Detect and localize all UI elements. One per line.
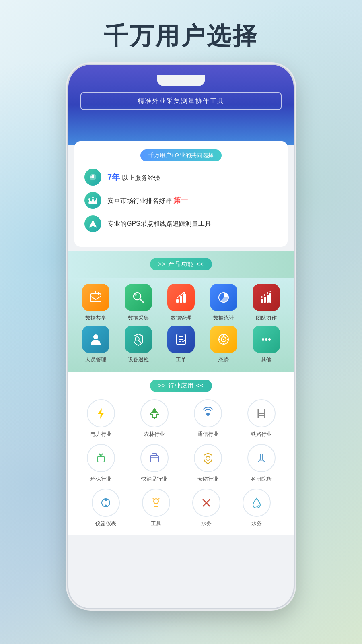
industry-telecom[interactable]: 通信行业 [187,399,229,438]
data-stats-label: 数据统计 [213,314,234,322]
rank-highlight: 第一 [173,196,188,204]
phone-top: · 精准外业采集测量协作工具 · [68,65,294,145]
instruments-circle [92,489,120,517]
industry-tools[interactable]: 水务 [181,489,231,527]
svg-rect-17 [261,299,263,303]
team-work-svg [259,291,273,304]
industry-grid-row3: 仪器仪表 工具 [76,489,286,527]
device-inspect-icon [125,326,152,353]
data-collect-svg [132,291,145,304]
data-manage-icon [167,284,195,311]
situation-icon [210,326,237,353]
situation-svg [217,332,230,346]
industry-research[interactable]: 科研院所 [240,444,282,483]
water-label: 水务 [251,520,262,527]
svg-point-3 [92,197,94,198]
agriculture-icon [148,407,161,420]
rank-icon [88,196,98,205]
svg-point-40 [265,338,267,341]
svg-rect-14 [180,296,182,303]
data-manage-label: 数据管理 [171,314,191,322]
function-data-stats[interactable]: 数据统计 [207,284,241,322]
device-inspect-label: 设备巡检 [128,356,149,363]
svg-point-58 [206,456,210,460]
feature-icon-years [84,169,101,186]
function-device-inspect[interactable]: 设备巡检 [121,326,156,363]
energy-label: 工具 [151,520,161,527]
industry-security[interactable]: 安防行业 [187,444,229,483]
work-order-svg [174,332,188,346]
people-mgmt-svg [89,332,103,346]
svg-rect-6 [90,294,101,302]
function-team-work[interactable]: 团队协作 [249,284,284,322]
data-collect-icon [125,284,152,311]
research-circle [247,444,276,472]
industry-environment[interactable]: 环保行业 [80,444,122,483]
industry-energy[interactable]: 工具 [131,489,181,527]
data-stats-icon [210,284,237,311]
phone-notch [157,75,205,86]
years-highlight: 7年 [107,173,120,182]
svg-point-25 [93,334,98,339]
function-data-share[interactable]: 数据共享 [79,284,113,322]
industry-fmcg[interactable]: 快消品行业 [133,444,175,483]
function-other[interactable]: 其他 [249,326,284,363]
function-work-order[interactable]: 工单 [164,326,198,363]
years-suffix: 以上服务经验 [122,174,160,181]
instruments-label: 仪器仪表 [95,520,116,527]
function-people-mgmt[interactable]: 人员管理 [79,326,113,363]
function-situation[interactable]: 态势 [207,326,241,363]
research-icon [255,452,268,464]
fmcg-icon [148,452,161,464]
svg-point-39 [262,338,264,341]
functions-grid-row1: 数据共享 数据采集 [76,278,286,322]
feature-gps: 专业的GPS采点和线路追踪测量工具 [84,215,278,232]
people-mgmt-icon [82,326,109,353]
feature-icon-rank [84,192,101,209]
functions-section: 数据共享 数据采集 [68,278,294,372]
security-icon [202,452,214,464]
industry-electricity[interactable]: 电力行业 [80,399,122,438]
railway-icon [255,407,268,420]
svg-rect-1 [88,203,97,204]
industry-instruments[interactable]: 仪器仪表 [80,489,131,527]
water-icon [250,496,263,509]
svg-rect-13 [176,299,179,303]
svg-marker-5 [89,220,97,228]
info-card: 千万用户+企业的共同选择 7年 以上服务经验 [74,141,288,247]
environment-circle [87,444,115,472]
svg-point-4 [96,198,97,200]
electricity-icon [95,407,107,420]
industry-section: 电力行业 农林行业 [68,399,294,535]
svg-point-65 [154,499,158,504]
svg-rect-15 [183,294,186,303]
svg-point-23 [267,292,268,294]
svg-point-22 [264,294,265,296]
electricity-label: 电力行业 [90,431,111,438]
rank-prefix: 安卓市场行业排名好评 [107,197,173,204]
research-label: 科研院所 [251,475,272,483]
svg-rect-55 [150,456,158,462]
function-data-collect[interactable]: 数据采集 [121,284,156,322]
work-order-label: 工单 [176,356,186,363]
functions-grid-row2: 人员管理 设备巡检 [76,326,286,363]
svg-line-70 [158,498,159,499]
page-title: 千万用户选择 [104,20,258,53]
industry-railway[interactable]: 铁路行业 [240,399,282,438]
water-circle [243,489,271,517]
svg-rect-54 [98,456,104,462]
gps-text: 专业的GPS采点和线路追踪测量工具 [107,220,211,227]
instruments-icon [99,496,112,509]
industry-section-header: >> 行业应用 << [68,372,294,399]
electricity-circle [87,399,115,427]
data-share-icon [82,284,109,311]
environment-label: 环保行业 [90,475,111,483]
gps-icon [88,219,98,229]
industry-agriculture[interactable]: 农林行业 [133,399,175,438]
product-section-header: >> 产品功能 << [68,251,294,278]
fmcg-label: 快消品行业 [141,475,167,483]
industry-water[interactable]: 水务 [231,489,282,527]
function-data-manage[interactable]: 数据管理 [164,284,198,322]
feature-rank: 安卓市场行业排名好评 第一 [84,192,278,209]
telecom-icon [202,407,214,420]
